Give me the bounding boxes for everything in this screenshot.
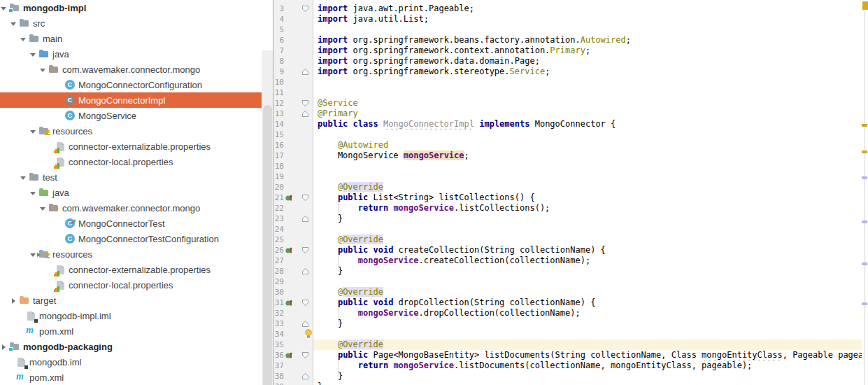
editor-line[interactable]: 28 } <box>273 266 868 276</box>
editor-line[interactable]: 7import org.springframework.context.anno… <box>273 46 868 56</box>
code-text[interactable]: public List<String> listCollections() { <box>313 192 868 203</box>
editor-line[interactable]: 5 <box>273 24 868 35</box>
code-text[interactable]: @Override <box>313 287 868 298</box>
chevron-collapsed-icon[interactable] <box>10 298 16 304</box>
code-text[interactable]: mongoService.dropCollection(collectionNa… <box>313 308 868 318</box>
code-text[interactable]: return mongoService.listCollections(); <box>313 203 868 214</box>
fold-marker-down-icon[interactable] <box>302 247 308 253</box>
fold-marker-up-icon[interactable] <box>302 216 308 222</box>
editor-line[interactable]: 8import org.springframework.data.domain.… <box>273 56 868 66</box>
code-text[interactable]: import org.springframework.stereotype.Se… <box>313 66 868 77</box>
chevron-expanded-icon[interactable] <box>0 5 6 11</box>
code-text[interactable]: @Override <box>313 182 868 192</box>
tree-item[interactable]: com.wavemaker.connector.mongo <box>0 200 273 216</box>
code-text[interactable]: @Override <box>313 340 868 350</box>
chevron-expanded-icon[interactable] <box>20 174 26 181</box>
override-method-gutter-icon[interactable] <box>284 350 294 360</box>
editor-line[interactable]: 27 mongoService.createCollection(collect… <box>273 255 868 266</box>
code-text[interactable]: public void createCollection(String coll… <box>313 245 868 255</box>
override-method-gutter-icon[interactable] <box>284 192 294 203</box>
fold-marker-down-icon[interactable] <box>302 300 308 306</box>
code-text[interactable]: } <box>313 371 868 382</box>
tree-item[interactable]: CMongoConnectorTestConfiguration <box>0 231 273 246</box>
editor-line[interactable]: 32 mongoService.dropCollection(collectio… <box>273 308 868 318</box>
chevron-expanded-icon[interactable] <box>10 20 16 27</box>
code-text[interactable]: public class MongoConnectorImpl implemen… <box>313 119 868 130</box>
editor-line[interactable]: 10 <box>273 77 868 88</box>
editor-lines[interactable]: 3import java.awt.print.Pageable;4import … <box>273 0 868 385</box>
tree-item[interactable]: CMongoConnectorConfiguration <box>0 77 273 92</box>
tree-item[interactable]: test <box>0 169 273 185</box>
override-method-gutter-icon[interactable] <box>284 245 294 255</box>
editor-line[interactable]: 35 @Override <box>273 340 868 350</box>
stripe-warning-mark[interactable] <box>862 124 867 127</box>
tree-item[interactable]: connector-local.properties <box>0 154 273 169</box>
chevron-expanded-icon[interactable] <box>20 36 26 42</box>
code-text[interactable]: import org.springframework.data.domain.P… <box>313 56 868 66</box>
stripe-warning-mark[interactable] <box>862 150 867 153</box>
tree-item[interactable]: resources <box>0 246 273 262</box>
code-text[interactable]: import org.springframework.beans.factory… <box>313 35 868 46</box>
fold-marker-up-icon[interactable] <box>302 111 308 117</box>
code-text[interactable]: @Primary <box>313 108 868 119</box>
code-text[interactable]: MongoService mongoService; <box>313 150 868 161</box>
editor-line[interactable]: 3import java.awt.print.Pageable; <box>273 4 868 14</box>
editor-line[interactable]: 26 public void createCollection(String c… <box>273 245 868 255</box>
fold-marker-down-icon[interactable] <box>302 195 308 201</box>
tree-item[interactable]: CMongoService <box>0 108 273 123</box>
editor-line[interactable]: 17 MongoService mongoService; <box>273 150 868 161</box>
code-text[interactable]: } <box>313 266 868 276</box>
editor-line[interactable]: 24 <box>273 224 868 234</box>
intention-bulb-icon[interactable] <box>304 329 313 341</box>
editor-line[interactable]: 29 <box>273 276 868 287</box>
editor-line[interactable]: 19 <box>273 172 868 182</box>
tree-item[interactable]: main <box>0 31 273 46</box>
code-text[interactable]: import org.springframework.context.annot… <box>313 46 868 56</box>
project-tree-panel[interactable]: mongodb-implsrcmainjavacom.wavemaker.con… <box>0 0 273 385</box>
editor-line[interactable]: 31 public void dropCollection(String col… <box>273 298 868 308</box>
code-text[interactable]: import java.awt.print.Pageable; <box>313 4 868 14</box>
fold-marker-down-icon[interactable] <box>302 6 308 12</box>
code-text[interactable]: return mongoService.listDocuments(collec… <box>313 360 868 371</box>
fold-marker-down-icon[interactable] <box>302 100 308 106</box>
chevron-expanded-icon[interactable] <box>29 251 36 258</box>
tree-item[interactable]: connector-externalizable.properties <box>0 139 273 154</box>
code-text[interactable]: @Autowired <box>313 140 868 150</box>
tree-item[interactable]: mongodb-impl <box>0 0 273 15</box>
editor-line[interactable]: 4import java.util.List; <box>273 14 868 24</box>
fold-marker-up-icon[interactable] <box>302 373 308 379</box>
code-text[interactable]: import java.util.List; <box>313 14 868 24</box>
fold-marker-up-icon[interactable] <box>302 268 308 274</box>
editor-line[interactable]: 30 @Override <box>273 287 868 298</box>
editor-line[interactable]: 13@Primary <box>273 108 868 119</box>
tree-item[interactable]: connector-local.properties <box>0 277 273 293</box>
tree-item[interactable]: connector-externalizable.properties <box>0 262 273 277</box>
tree-item[interactable]: CMongoConnectorImpl <box>0 92 273 108</box>
tree-item[interactable]: mpom.xml <box>0 370 273 385</box>
editor-line[interactable]: 38 } <box>273 371 868 382</box>
fold-marker-up-icon[interactable] <box>302 69 308 75</box>
tree-item[interactable]: mpom.xml <box>0 323 273 339</box>
editor-scrollbar[interactable] <box>865 11 865 385</box>
editor-line[interactable]: 16 @Autowired <box>273 140 868 150</box>
editor-line[interactable]: 33 } <box>273 318 868 329</box>
code-text[interactable] <box>313 24 868 35</box>
editor-line[interactable]: 36 public Page<MongoBaseEntity> listDocu… <box>273 350 868 360</box>
tree-scrollbar[interactable] <box>262 50 273 385</box>
stripe-info-mark[interactable] <box>862 302 867 305</box>
code-text[interactable]: public void dropCollection(String collec… <box>313 298 868 308</box>
tree-item[interactable]: java <box>0 185 273 200</box>
code-text[interactable] <box>313 130 868 140</box>
code-text[interactable]: } <box>313 318 868 329</box>
override-method-gutter-icon[interactable] <box>284 298 294 308</box>
code-text[interactable] <box>313 88 868 98</box>
editor-line[interactable]: 34 <box>273 329 868 340</box>
editor-line[interactable]: 25 @Override <box>273 234 868 245</box>
editor-line[interactable]: 18 <box>273 161 868 172</box>
tree-item[interactable]: mongodb-packaging <box>0 339 273 354</box>
tree-item[interactable]: mongodb-impl.iml <box>0 308 273 323</box>
tree-item[interactable]: mongodb.iml <box>0 354 273 370</box>
tree-item[interactable]: resources <box>0 123 273 139</box>
code-text[interactable]: } <box>313 214 868 224</box>
code-text[interactable] <box>313 329 868 340</box>
